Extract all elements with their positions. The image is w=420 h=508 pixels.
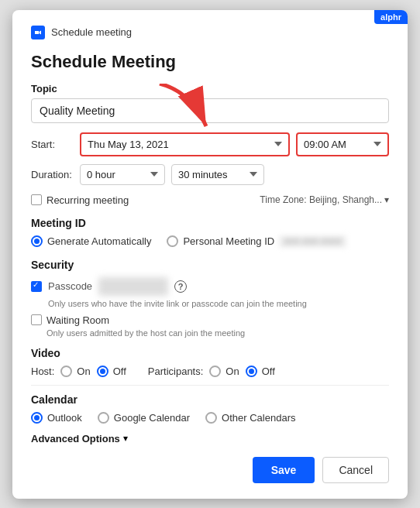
footer-buttons: Save Cancel (31, 457, 389, 483)
help-icon[interactable]: ? (174, 280, 187, 293)
chevron-down-icon-advanced: ▾ (123, 433, 128, 444)
passcode-checkbox[interactable] (31, 281, 42, 292)
start-label: Start: (31, 139, 74, 150)
topic-label: Topic (31, 83, 389, 94)
chevron-down-icon: ▾ (384, 194, 389, 205)
google-calendar-option[interactable]: Google Calendar (98, 412, 190, 424)
video-section: Video Host: On Off Participants: On (31, 347, 389, 377)
participants-off-option[interactable]: Off (246, 366, 275, 377)
generate-auto-label: Generate Automatically (47, 235, 151, 247)
passcode-label: Passcode (48, 280, 92, 292)
other-calendars-option[interactable]: Other Calendars (205, 412, 295, 424)
advanced-options-label: Advanced Options (31, 433, 120, 444)
save-button[interactable]: Save (253, 457, 315, 483)
waiting-room-row: Waiting Room (31, 314, 389, 326)
recurring-left: Recurring meeting (31, 194, 129, 206)
participants-on-option[interactable]: On (209, 366, 239, 377)
video-title: Video (31, 347, 389, 359)
passcode-row: Passcode ? (31, 277, 389, 296)
zoom-icon (31, 26, 45, 39)
waiting-room-checkbox[interactable] (31, 314, 42, 325)
personal-id-radio[interactable] (167, 235, 178, 247)
recurring-tz-row: Recurring meeting Time Zone: Beijing, Sh… (31, 194, 389, 206)
personal-id-option[interactable]: Personal Meeting ID ###-###-#### (167, 235, 346, 248)
calendar-title: Calendar (31, 393, 389, 406)
other-calendars-radio[interactable] (205, 412, 217, 424)
recurring-checkbox[interactable] (31, 194, 42, 205)
duration-hour-select[interactable]: 0 hour 1 hour 2 hours (80, 164, 165, 185)
participants-on-label: On (225, 366, 239, 377)
waiting-room-label: Waiting Room (46, 314, 109, 326)
recurring-label: Recurring meeting (46, 194, 129, 206)
alphr-badge: alphr (374, 10, 408, 24)
video-row: Host: On Off Participants: On O (31, 366, 389, 377)
outlook-label: Outlook (47, 412, 82, 424)
host-video-label: Host: (31, 366, 54, 377)
host-off-option[interactable]: Off (97, 366, 126, 377)
host-video-group: Host: On Off (31, 366, 126, 377)
google-calendar-label: Google Calendar (114, 412, 190, 424)
outlook-radio[interactable] (31, 412, 43, 424)
advanced-options-row[interactable]: Advanced Options ▾ (31, 433, 389, 444)
security-title: Security (31, 259, 389, 271)
participants-off-label: Off (262, 366, 275, 377)
host-on-radio[interactable] (60, 366, 72, 377)
title-bar-label: Schedule meeting (51, 26, 132, 38)
personal-id-label: Personal Meeting ID (183, 235, 274, 247)
google-calendar-radio[interactable] (98, 412, 109, 424)
personal-id-value: ###-###-#### (279, 235, 346, 248)
duration-row: Duration: 0 hour 1 hour 2 hours 0 minute… (31, 164, 389, 185)
calendar-section: Calendar Outlook Google Calendar Other C… (31, 393, 389, 424)
passcode-hint: Only users who have the invite link or p… (48, 299, 389, 308)
timezone-selector[interactable]: Time Zone: Beijing, Shangh... ▾ (260, 194, 389, 205)
waiting-room-hint: Only users admitted by the host can join… (46, 328, 389, 338)
title-bar: Schedule meeting (31, 26, 389, 39)
host-on-label: On (77, 366, 90, 377)
start-row: Start: Thu May 13, 2021 09:00 AM 09:30 A… (31, 132, 389, 156)
participants-video-group: Participants: On Off (134, 366, 275, 377)
meeting-id-title: Meeting ID (31, 217, 389, 229)
host-off-radio[interactable] (97, 366, 108, 377)
calendar-options: Outlook Google Calendar Other Calendars (31, 412, 389, 424)
duration-label: Duration: (31, 169, 74, 180)
schedule-meeting-modal: Schedule meeting alphr Schedule Meeting … (12, 10, 408, 499)
participants-off-radio[interactable] (246, 366, 257, 377)
divider (31, 385, 389, 386)
topic-input[interactable] (31, 98, 389, 123)
security-section: Security Passcode ? Only users who have … (31, 259, 389, 338)
host-on-option[interactable]: On (60, 366, 90, 377)
generate-auto-radio[interactable] (31, 235, 43, 247)
passcode-input[interactable] (98, 277, 168, 296)
timezone-label: Time Zone: Beijing, Shangh... (260, 194, 382, 205)
meeting-id-row: Generate Automatically Personal Meeting … (31, 235, 389, 248)
host-off-label: Off (113, 366, 126, 377)
participants-video-label: Participants: (148, 366, 204, 377)
duration-minute-select[interactable]: 0 minutes 15 minutes 30 minutes 45 minut… (171, 164, 264, 185)
other-calendars-label: Other Calendars (222, 412, 295, 424)
generate-auto-option[interactable]: Generate Automatically (31, 235, 151, 247)
start-date-select[interactable]: Thu May 13, 2021 (80, 132, 290, 156)
cancel-button[interactable]: Cancel (322, 457, 389, 483)
page-title: Schedule Meeting (31, 52, 389, 72)
participants-on-radio[interactable] (209, 366, 221, 377)
start-time-select[interactable]: 09:00 AM 09:30 AM 10:00 AM (296, 132, 389, 156)
outlook-option[interactable]: Outlook (31, 412, 82, 424)
